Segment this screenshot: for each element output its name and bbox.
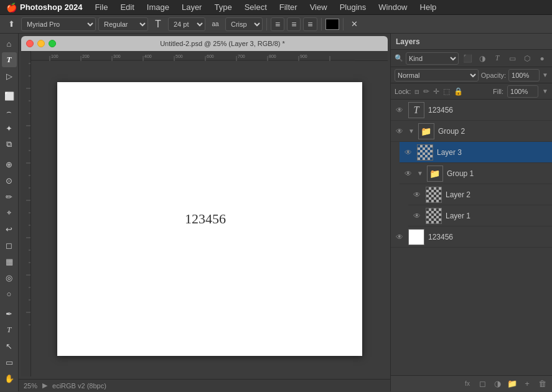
list-item[interactable]: 👁 Layer 3 [400, 142, 552, 163]
ruler-horizontal: 100 200 300 400 500 600 70 [31, 51, 388, 61]
history-brush-tool[interactable]: ↩ [2, 222, 17, 236]
opacity-chevron[interactable]: ▼ [542, 72, 548, 78]
path-select-tool[interactable]: ↖ [2, 338, 17, 353]
filter-toggle[interactable]: ● [536, 52, 548, 65]
crop-tool[interactable]: ⧉ [2, 137, 17, 152]
new-layer-btn[interactable]: + [521, 378, 533, 390]
group-expand-arrow[interactable]: ▼ [417, 170, 423, 177]
brush-tool[interactable]: ✏ [2, 189, 17, 204]
delete-layer-btn[interactable]: 🗑 [536, 378, 548, 390]
canvas-text-content: 123456 [185, 211, 226, 227]
canvas-scroll[interactable]: 123456 [31, 61, 388, 376]
lock-all-icon[interactable]: 🔒 [454, 87, 463, 96]
spot-heal-tool[interactable]: ⊙ [2, 173, 17, 188]
rect-select-tool[interactable]: ⬜ [2, 88, 17, 103]
filter-kind-select[interactable]: Kind [406, 52, 459, 65]
lasso-tool[interactable]: ⌢ [2, 105, 17, 119]
text-color-swatch[interactable] [325, 19, 339, 30]
font-style-select[interactable]: Regular [98, 17, 148, 31]
close-button[interactable] [26, 40, 34, 47]
font-family-select[interactable]: Myriad Pro [21, 17, 96, 31]
menu-filter[interactable]: Filter [274, 1, 302, 13]
menu-edit[interactable]: Edit [115, 1, 139, 13]
list-item[interactable]: 👁 123456 [391, 226, 552, 248]
canvas[interactable]: 123456 [57, 82, 362, 356]
menu-layer[interactable]: Layer [177, 1, 207, 13]
layer-visibility-toggle[interactable]: 👁 [403, 147, 413, 157]
search-icon: 🔍 [395, 54, 403, 62]
layer-visibility-toggle[interactable]: 👁 [412, 211, 422, 221]
eraser-tool[interactable]: ◻ [2, 238, 17, 253]
add-mask-btn[interactable]: ◻ [476, 378, 489, 390]
lock-artboard-icon[interactable]: ⬚ [443, 87, 450, 96]
hand-tool[interactable]: ✋ [2, 371, 17, 386]
eyedropper-tool[interactable]: ⊕ [2, 157, 17, 172]
layer-name: 123456 [428, 233, 548, 241]
zoom-tool[interactable]: ⊕ [2, 387, 17, 391]
shape-tool[interactable]: ▭ [2, 355, 17, 370]
layer-fx-btn[interactable]: fx [461, 378, 474, 390]
font-size-icon: T [151, 17, 166, 32]
lock-checkerboard-icon[interactable]: ⧈ [414, 87, 419, 96]
menu-image[interactable]: Image [142, 1, 174, 13]
menu-view[interactable]: View [305, 1, 332, 13]
path-tool[interactable]: ▷ [2, 68, 17, 83]
dodge-tool[interactable]: ○ [2, 286, 17, 301]
filter-shape-btn[interactable]: ▭ [506, 52, 518, 65]
minimize-button[interactable] [37, 40, 45, 47]
list-item[interactable]: 👁 Layer 1 [408, 205, 552, 226]
blur-tool[interactable]: ◎ [2, 270, 17, 285]
list-item[interactable]: 👁 T 123456 [391, 100, 552, 121]
svg-text:100: 100 [51, 54, 58, 58]
layer-visibility-toggle[interactable]: 👁 [395, 126, 405, 136]
text-tool[interactable]: T [2, 322, 17, 337]
lock-position-icon[interactable]: ✛ [433, 87, 439, 96]
list-item[interactable]: 👁 Layer 2 [408, 184, 552, 205]
apple-menu[interactable]: 🍎 [5, 2, 17, 12]
fill-chevron[interactable]: ▼ [542, 88, 548, 95]
menu-file[interactable]: File [90, 1, 113, 13]
menu-plugins[interactable]: Plugins [335, 1, 372, 13]
lock-brush-icon[interactable]: ✏ [423, 87, 429, 96]
add-adjustment-btn[interactable]: ◑ [491, 378, 503, 390]
group-expand-arrow[interactable]: ▼ [408, 128, 414, 134]
filter-pixel-btn[interactable]: ⬛ [461, 52, 474, 65]
home-tool[interactable]: ⌂ [2, 36, 17, 51]
layer-name: Layer 1 [446, 212, 548, 220]
cancel-type-btn[interactable]: ✕ [347, 17, 362, 32]
type-tool[interactable]: T [2, 52, 17, 67]
menu-help[interactable]: Help [415, 1, 442, 13]
layer-visibility-toggle[interactable]: 👁 [395, 232, 405, 242]
menu-type[interactable]: Type [209, 1, 236, 13]
layer-visibility-toggle[interactable]: 👁 [395, 105, 405, 115]
move-tool-btn[interactable]: ⬆ [4, 17, 19, 32]
filter-adjustment-btn[interactable]: ◑ [476, 52, 489, 65]
document-title: Untitled-2.psd @ 25% (Layer 3, RGB/8) * [62, 40, 383, 47]
list-item[interactable]: 👁 ▼ 📁 Group 2 [391, 121, 552, 142]
menu-window[interactable]: Window [373, 1, 412, 13]
align-center-btn[interactable]: ≡ [287, 17, 301, 31]
svg-text:300: 300 [113, 54, 121, 58]
layer-visibility-toggle[interactable]: 👁 [412, 190, 422, 200]
menu-select[interactable]: Select [240, 1, 272, 13]
new-group-btn[interactable]: 📁 [506, 378, 518, 390]
pen-tool[interactable]: ✒ [2, 306, 17, 321]
font-size-select[interactable]: 24 pt [168, 17, 205, 31]
status-arrow[interactable]: ▶ [42, 381, 47, 390]
maximize-button[interactable] [49, 40, 56, 47]
magic-wand-tool[interactable]: ✦ [2, 121, 17, 136]
align-right-btn[interactable]: ≡ [303, 17, 317, 31]
list-item[interactable]: 👁 ▼ 📁 Group 1 [400, 163, 552, 184]
anti-alias-select[interactable]: Crisp [225, 17, 263, 31]
layers-panel-header: Layers [391, 34, 552, 50]
layer-visibility-toggle[interactable]: 👁 [403, 169, 413, 179]
fill-value[interactable]: 100% [507, 85, 538, 98]
gradient-tool[interactable]: ▦ [2, 254, 17, 269]
blend-mode-select[interactable]: Normal [395, 69, 479, 82]
layer-name: Layer 2 [446, 190, 548, 199]
opacity-value[interactable]: 100% [508, 69, 540, 82]
clone-tool[interactable]: ⌖ [2, 205, 17, 220]
filter-type-btn[interactable]: T [491, 52, 503, 65]
align-left-btn[interactable]: ≡ [271, 17, 284, 31]
filter-smart-btn[interactable]: ⬡ [521, 52, 533, 65]
